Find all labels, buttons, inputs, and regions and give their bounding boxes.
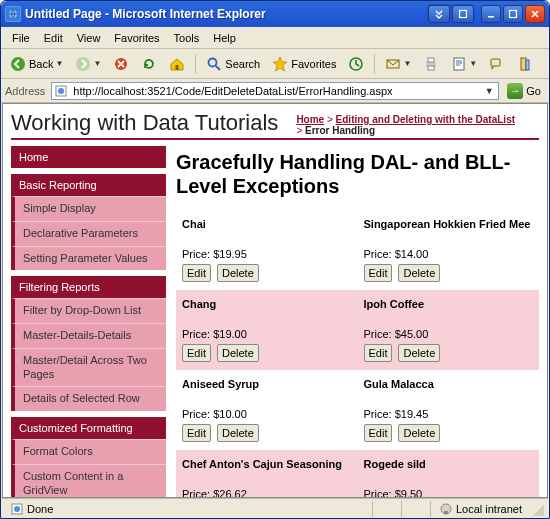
nav-format-colors[interactable]: Format Colors xyxy=(11,439,166,464)
go-label: Go xyxy=(526,85,541,97)
favorites-button[interactable]: Favorites xyxy=(267,53,341,75)
delete-button[interactable]: Delete xyxy=(398,424,440,442)
svg-rect-7 xyxy=(176,65,179,70)
nav-filtering-reports[interactable]: Filtering Reports xyxy=(11,276,166,298)
edit-button[interactable]: Edit xyxy=(182,424,211,442)
close-button[interactable] xyxy=(525,5,545,23)
nav-filter-by-dropdown[interactable]: Filter by Drop-Down List xyxy=(11,298,166,323)
product-card: Gula MalaccaPrice: $19.45EditDelete xyxy=(358,370,540,450)
minimize-button[interactable] xyxy=(481,5,501,23)
svg-rect-23 xyxy=(444,511,448,514)
menu-favorites[interactable]: Favorites xyxy=(107,30,166,46)
stop-button[interactable] xyxy=(108,53,134,75)
svg-point-21 xyxy=(14,506,20,512)
svg-point-5 xyxy=(76,57,90,71)
product-card: Ipoh CoffeePrice: $45.00EditDelete xyxy=(358,290,540,370)
chevron-down-icon: ▼ xyxy=(469,59,477,68)
page-favicon xyxy=(54,84,68,98)
scroll-area[interactable]: Working with Data Tutorials Home > Editi… xyxy=(3,104,547,497)
window-title: Untitled Page - Microsoft Internet Explo… xyxy=(25,7,427,21)
back-icon xyxy=(10,56,26,72)
maximize-button[interactable] xyxy=(503,5,523,23)
page-heading: Gracefully Handling DAL- and BLL-Level E… xyxy=(176,150,539,198)
menu-view[interactable]: View xyxy=(70,30,108,46)
product-name: Aniseed Syrup xyxy=(182,378,352,390)
print-button[interactable] xyxy=(418,53,444,75)
edit-button[interactable]: ▼ xyxy=(446,53,482,75)
url-box[interactable]: ▼ xyxy=(51,82,499,100)
go-button[interactable]: → Go xyxy=(503,83,545,99)
menu-tools[interactable]: Tools xyxy=(167,30,207,46)
back-button[interactable]: Back ▼ xyxy=(5,53,68,75)
zone-icon xyxy=(439,502,453,516)
nav-setting-parameter-values[interactable]: Setting Parameter Values xyxy=(11,246,166,271)
statusbar: Done Local intranet xyxy=(2,498,548,518)
discuss-icon xyxy=(489,56,505,72)
nav-details-selected-row[interactable]: Details of Selected Row xyxy=(11,386,166,411)
breadcrumb: Home > Editing and Deleting with the Dat… xyxy=(278,110,539,136)
product-price: Price: $19.00 xyxy=(182,328,352,340)
menubar: File Edit View Favorites Tools Help xyxy=(1,27,549,49)
search-button[interactable]: Search xyxy=(201,53,265,75)
chevron-down-icon: ▼ xyxy=(93,59,101,68)
ext-button-2[interactable] xyxy=(452,5,474,23)
nav-simple-display[interactable]: Simple Display xyxy=(11,196,166,221)
product-card: ChaiPrice: $19.95EditDelete xyxy=(176,210,358,290)
crumb-home[interactable]: Home xyxy=(296,114,324,125)
mail-button[interactable]: ▼ xyxy=(380,53,416,75)
chevron-down-icon: ▼ xyxy=(403,59,411,68)
product-price: Price: $19.95 xyxy=(182,248,352,260)
delete-button[interactable]: Delete xyxy=(398,264,440,282)
nav-custom-content-gridview[interactable]: Custom Content in a GridView xyxy=(11,464,166,497)
crumb-section[interactable]: Editing and Deleting with the DataList xyxy=(336,114,515,125)
svg-rect-2 xyxy=(488,16,494,18)
product-grid: ChaiPrice: $19.95EditDeleteSingaporean H… xyxy=(176,210,539,497)
nav-master-detail-two-pages[interactable]: Master/Detail Across Two Pages xyxy=(11,348,166,387)
refresh-button[interactable] xyxy=(136,53,162,75)
delete-button[interactable]: Delete xyxy=(217,344,259,362)
research-button[interactable] xyxy=(512,53,538,75)
svg-rect-14 xyxy=(454,58,464,70)
favorites-label: Favorites xyxy=(291,58,336,70)
product-name: Chang xyxy=(182,298,352,310)
history-button[interactable] xyxy=(343,53,369,75)
forward-button[interactable]: ▼ xyxy=(70,53,106,75)
resize-grip[interactable] xyxy=(530,502,544,516)
nav-declarative-parameters[interactable]: Declarative Parameters xyxy=(11,221,166,246)
svg-rect-15 xyxy=(491,59,500,66)
product-price: Price: $9.50 xyxy=(364,488,534,497)
edit-button[interactable]: Edit xyxy=(364,344,393,362)
menu-help[interactable]: Help xyxy=(206,30,243,46)
edit-button[interactable]: Edit xyxy=(364,264,393,282)
product-price: Price: $26.62 xyxy=(182,488,352,497)
url-dropdown[interactable]: ▼ xyxy=(482,86,496,96)
discuss-button[interactable] xyxy=(484,53,510,75)
edit-button[interactable]: Edit xyxy=(182,264,211,282)
url-input[interactable] xyxy=(71,84,482,98)
search-label: Search xyxy=(225,58,260,70)
titlebar: Untitled Page - Microsoft Internet Explo… xyxy=(1,1,549,27)
toolbar: Back ▼ ▼ Search Favorites ▼ ▼ xyxy=(1,49,549,79)
menu-file[interactable]: File xyxy=(5,30,37,46)
nav-basic-reporting[interactable]: Basic Reporting xyxy=(11,174,166,196)
menu-edit[interactable]: Edit xyxy=(37,30,70,46)
go-icon: → xyxy=(507,83,523,99)
edit-button[interactable]: Edit xyxy=(364,424,393,442)
edit-button[interactable]: Edit xyxy=(182,344,211,362)
delete-button[interactable]: Delete xyxy=(217,264,259,282)
history-icon xyxy=(348,56,364,72)
refresh-icon xyxy=(141,56,157,72)
nav-home[interactable]: Home xyxy=(11,146,166,168)
nav-master-details-details[interactable]: Master-Details-Details xyxy=(11,323,166,348)
product-card: Singaporean Hokkien Fried MeePrice: $14.… xyxy=(358,210,540,290)
ext-button-1[interactable] xyxy=(428,5,450,23)
address-bar: Address ▼ → Go xyxy=(1,79,549,103)
forward-icon xyxy=(75,56,91,72)
site-title: Working with Data Tutorials xyxy=(11,110,278,136)
delete-button[interactable]: Delete xyxy=(398,344,440,362)
svg-point-4 xyxy=(11,57,25,71)
delete-button[interactable]: Delete xyxy=(217,424,259,442)
svg-rect-1 xyxy=(460,11,467,18)
home-button[interactable] xyxy=(164,53,190,75)
nav-customized-formatting[interactable]: Customized Formatting xyxy=(11,417,166,439)
